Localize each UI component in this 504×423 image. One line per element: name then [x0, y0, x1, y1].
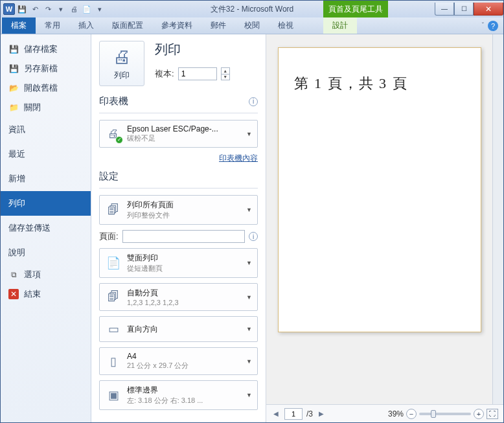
- nav-info[interactable]: 資訊: [1, 117, 91, 142]
- print-preview: 第 1 頁，共 3 頁 ◀ /3 ▶ 39% − + ⛶: [266, 34, 503, 422]
- tab-insert[interactable]: 插入: [69, 17, 103, 34]
- orientation-dropdown[interactable]: ▭ 直向方向 ▼: [99, 316, 258, 342]
- printer-icon: 🖨: [113, 46, 131, 67]
- copies-input[interactable]: [178, 67, 217, 80]
- nav-save[interactable]: 💾儲存檔案: [1, 40, 91, 59]
- window-title: 文件32 - Microsoft Word: [211, 4, 293, 15]
- close-button[interactable]: ✕: [474, 3, 503, 16]
- nav-exit[interactable]: ✕結束: [1, 284, 91, 304]
- qat-more-icon[interactable]: ▾: [55, 3, 67, 15]
- print-button[interactable]: 🖨 列印: [99, 41, 144, 86]
- tab-mailings[interactable]: 郵件: [201, 17, 235, 34]
- nav-saveas[interactable]: 💾另存新檔: [1, 59, 91, 78]
- scope-dropdown[interactable]: 🗐 列印所有頁面 列印整份文件 ▼: [99, 195, 258, 225]
- scope-title: 列印所有頁面: [127, 200, 238, 211]
- chevron-down-icon: ▼: [244, 131, 252, 137]
- prev-page-button[interactable]: ◀: [271, 409, 281, 419]
- nav-new[interactable]: 新增: [1, 166, 91, 191]
- zoom-in-button[interactable]: +: [474, 409, 484, 419]
- zoom-controls: 39% − + ⛶: [388, 409, 498, 419]
- tab-design[interactable]: 設計: [323, 17, 357, 34]
- printer-dropdown[interactable]: 🖨✓ Epson Laser ESC/Page-... 碳粉不足 ▼: [99, 120, 258, 148]
- preview-status-bar: ◀ /3 ▶ 39% − + ⛶: [266, 404, 503, 422]
- nav-label: 說明: [8, 247, 25, 258]
- zoom-slider[interactable]: [419, 413, 471, 415]
- nav-share[interactable]: 儲存並傳送: [1, 216, 91, 240]
- nav-label: 新增: [8, 173, 25, 185]
- paper-dropdown[interactable]: ▯ A4 21 公分 x 29.7 公分 ▼: [99, 347, 258, 375]
- margin-title: 標準邊界: [127, 385, 238, 396]
- chevron-down-icon: ▼: [244, 207, 252, 213]
- zoom-out-button[interactable]: −: [406, 409, 417, 419]
- preview-scrollbar[interactable]: [492, 34, 503, 404]
- backstage-nav: 💾儲存檔案 💾另存新檔 📂開啟舊檔 📁關閉 資訊 最近 新增 列印 儲存並傳送 …: [1, 34, 91, 422]
- margin-dropdown[interactable]: ▣ 標準邊界 左: 3.18 公分 右: 3.18 ... ▼: [99, 380, 258, 410]
- print-button-label: 列印: [114, 70, 130, 81]
- word-icon: W: [3, 3, 15, 15]
- printer-section-title: 印表機 i: [99, 95, 258, 108]
- orientation-icon: ▭: [105, 321, 122, 337]
- chevron-down-icon: ▼: [244, 326, 252, 332]
- tab-references[interactable]: 參考資料: [152, 17, 201, 34]
- orientation-title: 直向方向: [127, 324, 238, 335]
- scope-sub: 列印整份文件: [127, 211, 238, 220]
- save-file-icon: 💾: [8, 44, 19, 54]
- nav-label: 列印: [8, 198, 25, 209]
- minimize-button[interactable]: —: [435, 3, 454, 16]
- qat-more2-icon[interactable]: ▾: [94, 3, 106, 15]
- next-page-button[interactable]: ▶: [317, 409, 326, 419]
- help-icon[interactable]: ?: [488, 21, 498, 31]
- duplex-dropdown[interactable]: 📄 雙面列印 從短邊翻頁 ▼: [99, 248, 258, 278]
- tab-layout[interactable]: 版面配置: [103, 17, 152, 34]
- spin-down-icon[interactable]: ▼: [222, 74, 229, 80]
- info-icon[interactable]: i: [249, 232, 258, 241]
- page-number-input[interactable]: [284, 408, 303, 420]
- margin-icon: ▣: [105, 387, 122, 404]
- nav-label: 儲存並傳送: [8, 222, 51, 234]
- nav-open[interactable]: 📂開啟舊檔: [1, 78, 91, 98]
- printpreview-icon[interactable]: 📄: [81, 3, 93, 15]
- window-buttons: — ☐ ✕: [435, 3, 503, 16]
- printer-status: 碳粉不足: [127, 133, 238, 143]
- pages-input[interactable]: [122, 230, 245, 243]
- nav-label: 結束: [24, 288, 41, 300]
- nav-recent[interactable]: 最近: [1, 142, 91, 166]
- info-icon[interactable]: i: [249, 97, 258, 106]
- printer-props-link[interactable]: 印表機內容: [219, 154, 258, 163]
- spin-up-icon[interactable]: ▲: [222, 68, 229, 74]
- tab-home[interactable]: 常用: [36, 17, 69, 34]
- fit-page-button[interactable]: ⛶: [487, 409, 498, 419]
- nav-label: 資訊: [8, 124, 25, 135]
- tab-view[interactable]: 檢視: [269, 17, 303, 34]
- maximize-button[interactable]: ☐: [454, 3, 474, 16]
- save-icon[interactable]: 💾: [16, 3, 28, 15]
- exit-icon: ✕: [8, 289, 19, 299]
- nav-label: 另存新檔: [24, 63, 58, 74]
- nav-help[interactable]: 說明: [1, 240, 91, 265]
- quickprint-icon[interactable]: 🖨: [68, 3, 80, 15]
- preview-canvas: 第 1 頁，共 3 頁: [266, 34, 492, 404]
- zoom-thumb[interactable]: [431, 410, 436, 418]
- collate-title: 自動分頁: [127, 288, 238, 299]
- tab-file[interactable]: 檔案: [2, 17, 36, 34]
- collate-dropdown[interactable]: 🗐 自動分頁 1,2,3 1,2,3 1,2,3 ▼: [99, 283, 258, 311]
- divider: [99, 188, 258, 189]
- chevron-down-icon: ▼: [244, 260, 252, 266]
- printer-name: Epson Laser ESC/Page-...: [127, 124, 238, 133]
- page-header-text: 第 1 頁，共 3 頁: [294, 74, 465, 93]
- section-label: 設定: [99, 170, 119, 183]
- print-title: 列印: [155, 41, 230, 58]
- nav-options[interactable]: ⧉選項: [1, 265, 91, 284]
- quick-access-toolbar: W 💾 ↶ ↷ ▾ 🖨 📄 ▾: [1, 3, 108, 15]
- ribbon-collapse-icon[interactable]: ˇ: [482, 22, 484, 29]
- title-bar: W 💾 ↶ ↷ ▾ 🖨 📄 ▾ 文件32 - Microsoft Word 頁首…: [1, 1, 503, 17]
- page-total-label: /3: [306, 409, 313, 418]
- tab-review[interactable]: 校閱: [235, 17, 269, 34]
- contextual-tool-label: 頁首及頁尾工具: [323, 1, 388, 17]
- save-as-icon: 💾: [8, 63, 19, 74]
- redo-icon[interactable]: ↷: [42, 3, 54, 15]
- undo-icon[interactable]: ↶: [29, 3, 41, 15]
- nav-close[interactable]: 📁關閉: [1, 98, 91, 117]
- nav-print[interactable]: 列印: [1, 191, 91, 216]
- paper-icon: ▯: [105, 353, 122, 370]
